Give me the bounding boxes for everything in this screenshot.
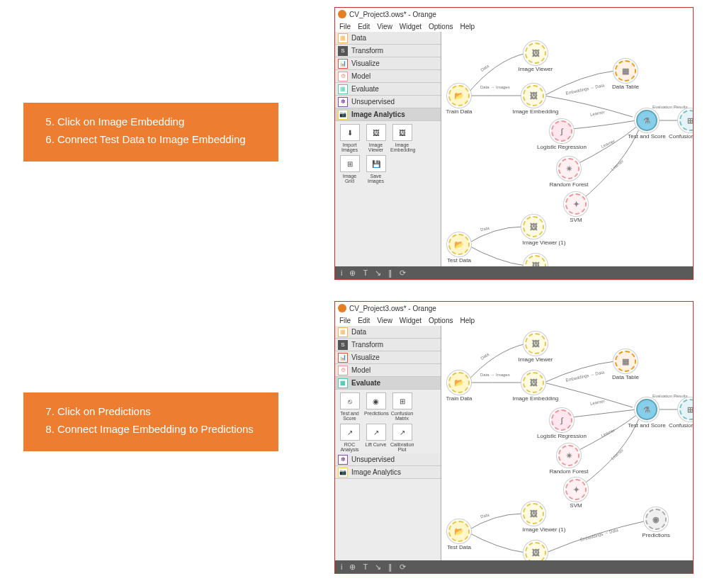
node-test-data[interactable]: 📂 — [448, 521, 470, 542]
menu-view[interactable]: View — [377, 23, 392, 30]
cat-label: Model — [351, 72, 371, 80]
tool-image-viewer[interactable]: 🖼Image Viewer — [364, 124, 388, 152]
cat-image-analytics[interactable]: 📷Image Analytics — [335, 466, 441, 479]
node-logistic-regression[interactable]: ∫ — [551, 409, 572, 431]
flower-icon: ✽ — [338, 455, 348, 465]
node-label: Image Viewer (1) — [523, 239, 566, 246]
tool-test-and-score[interactable]: ⎋Test and Score — [338, 392, 361, 421]
cat-evaluate[interactable]: ▦Evaluate — [335, 83, 441, 96]
chart-icon: 📊 — [338, 59, 348, 69]
node-label: Image Viewer (1) — [523, 526, 566, 533]
instruction-box-top: Click on Image Embedding Connect Test Da… — [23, 103, 278, 162]
menu-view[interactable]: View — [377, 317, 392, 324]
workflow-canvas[interactable]: 📂 Train Data Data Data → Images 🖼 Image … — [441, 326, 693, 573]
menubar[interactable]: File Edit View Widget Options Help — [335, 315, 693, 326]
cat-transform[interactable]: STransform — [335, 45, 441, 57]
tool-confusion-matrix[interactable]: ⊞Confusion Matrix — [390, 392, 414, 421]
footer-icon: ‖ — [388, 268, 392, 278]
cat-model[interactable]: ⚙Model — [335, 70, 441, 83]
workflow-canvas[interactable]: 📂 Train Data Data Data → Images 🖼 Image … — [441, 32, 693, 279]
tools-panel: ⎋Test and Score ◉Predictions ⊞Confusion … — [335, 390, 441, 453]
node-image-viewer-1[interactable]: 🖼 — [523, 216, 544, 237]
tool-save-images[interactable]: 💾Save Images — [364, 155, 388, 183]
node-image-viewer-1[interactable]: 🖼 — [523, 503, 544, 524]
menu-edit[interactable]: Edit — [358, 317, 370, 324]
cat-label: Image Analytics — [351, 468, 401, 476]
menu-options[interactable]: Options — [429, 317, 453, 324]
menu-widget[interactable]: Widget — [400, 23, 422, 30]
cat-data[interactable]: ▦Data — [335, 326, 441, 339]
menu-options[interactable]: Options — [429, 23, 453, 30]
orange-app-icon — [338, 304, 346, 312]
node-image-viewer[interactable]: 🖼 — [525, 43, 546, 64]
tool-import-images[interactable]: ⬇Import Images — [338, 124, 361, 152]
tool-image-embedding[interactable]: 🖼Image Embedding — [390, 124, 414, 152]
link-label: Evaluation Results — [652, 105, 688, 109]
node-svm[interactable]: ✦ — [565, 479, 587, 500]
footer-icon: ⊕ — [349, 562, 356, 572]
menu-file[interactable]: File — [339, 23, 351, 30]
node-image-embedding[interactable]: 🖼 — [523, 372, 544, 393]
node-test-and-score[interactable]: ⚗ — [636, 399, 657, 420]
cat-label: Unsupervised — [351, 456, 395, 463]
tool-calibration-plot[interactable]: ↗Calibration Plot — [390, 424, 414, 452]
node-label: Test Data — [447, 257, 471, 264]
cat-evaluate[interactable]: ▦Evaluate — [335, 377, 441, 390]
node-image-viewer[interactable]: 🖼 — [525, 333, 546, 354]
tool-image-grid[interactable]: ⊞Image Grid — [338, 155, 361, 183]
node-test-data[interactable]: 📂 — [448, 234, 470, 255]
menu-edit[interactable]: Edit — [358, 23, 370, 30]
curve-icon: ↗ — [340, 424, 360, 441]
tool-predictions[interactable]: ◉Predictions — [364, 392, 388, 421]
node-test-and-score[interactable]: ⚗ — [636, 110, 657, 131]
cat-transform[interactable]: STransform — [335, 339, 441, 351]
menubar[interactable]: File Edit View Widget Options Help — [335, 21, 693, 32]
cat-unsupervised[interactable]: ✽Unsupervised — [335, 453, 441, 466]
instruction-item: Click on Image Embedding — [57, 114, 266, 130]
tool-lift-curve[interactable]: ↗Lift Curve — [364, 424, 388, 452]
node-label: SVM — [570, 217, 582, 223]
cat-unsupervised[interactable]: ✽Unsupervised — [335, 96, 441, 108]
orange-window-bottom: CV_Project3.ows* - Orange File Edit View… — [334, 301, 694, 574]
node-image-embedding[interactable]: 🖼 — [523, 85, 544, 106]
node-svm[interactable]: ✦ — [565, 193, 587, 215]
instruction-box-bottom: Click on Predictions Connect Image Embed… — [23, 392, 278, 451]
node-data-table[interactable]: ▦ — [615, 60, 636, 81]
node-label: Test and Score — [628, 133, 665, 140]
node-label: Test Data — [447, 544, 471, 550]
cat-label: Image Analytics — [351, 111, 405, 118]
titlebar: CV_Project3.ows* - Orange — [335, 8, 693, 21]
link-label: Data → Images — [480, 85, 510, 89]
footer-icon: ⊕ — [349, 268, 356, 278]
node-train-data[interactable]: 📂 — [448, 85, 470, 106]
node-data-table[interactable]: ▦ — [615, 351, 636, 372]
tool-roc-analysis[interactable]: ↗ROC Analysis — [338, 424, 361, 452]
tool-label: ROC Analysis — [340, 442, 358, 452]
node-predictions[interactable]: ◉ — [645, 509, 667, 530]
menu-help[interactable]: Help — [460, 23, 475, 30]
footer-icon: ⟳ — [400, 562, 406, 572]
footer-icon: ↘ — [375, 562, 381, 572]
node-random-forest[interactable]: ✴ — [558, 445, 579, 466]
menu-help[interactable]: Help — [460, 317, 475, 324]
menu-file[interactable]: File — [339, 317, 351, 324]
node-label: Confusion Matrix — [669, 133, 693, 140]
cat-visualize[interactable]: 📊Visualize — [335, 351, 441, 364]
node-label: Logistic Regression — [537, 433, 587, 439]
cat-label: Transform — [351, 47, 383, 55]
node-label: Confusion Matrix — [669, 422, 693, 429]
cat-label: Data — [351, 34, 366, 42]
node-random-forest[interactable]: ✴ — [558, 158, 579, 179]
menu-widget[interactable]: Widget — [400, 317, 422, 324]
node-train-data[interactable]: 📂 — [448, 372, 470, 393]
cat-visualize[interactable]: 📊Visualize — [335, 57, 441, 70]
cat-image-analytics[interactable]: 📷Image Analytics — [335, 108, 441, 121]
cat-model[interactable]: ⚙Model — [335, 364, 441, 377]
camera-icon: 📷 — [338, 468, 348, 477]
cat-data[interactable]: ▦Data — [335, 32, 441, 45]
cat-label: Data — [351, 328, 366, 336]
node-logistic-regression[interactable]: ∫ — [551, 120, 572, 142]
cat-label: Unsupervised — [351, 98, 395, 106]
instruction-item: Connect Image Embedding to Predictions — [57, 422, 266, 438]
app-footer: i ⊕ T ↘ ‖ ⟳ — [335, 266, 693, 279]
